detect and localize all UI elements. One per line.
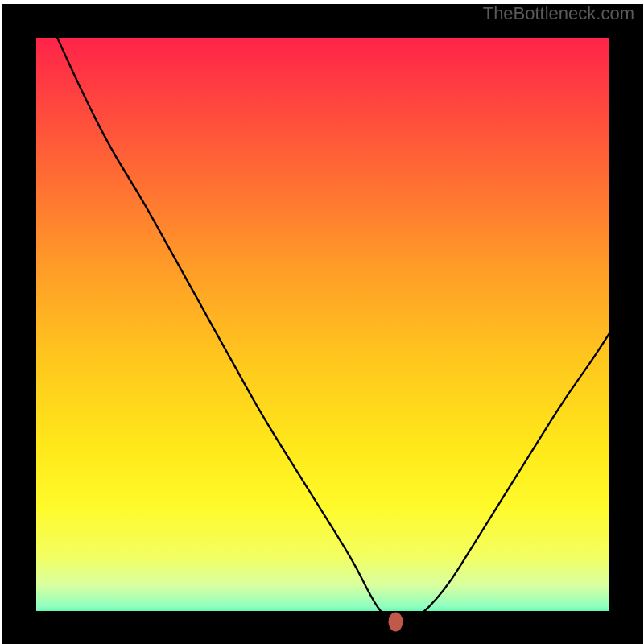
optimal-point-marker — [388, 612, 402, 631]
chart-container: TheBottleneck.com — [0, 0, 644, 644]
watermark-text: TheBottleneck.com — [483, 3, 634, 24]
plot-background — [19, 21, 626, 628]
bottleneck-chart — [0, 0, 644, 644]
